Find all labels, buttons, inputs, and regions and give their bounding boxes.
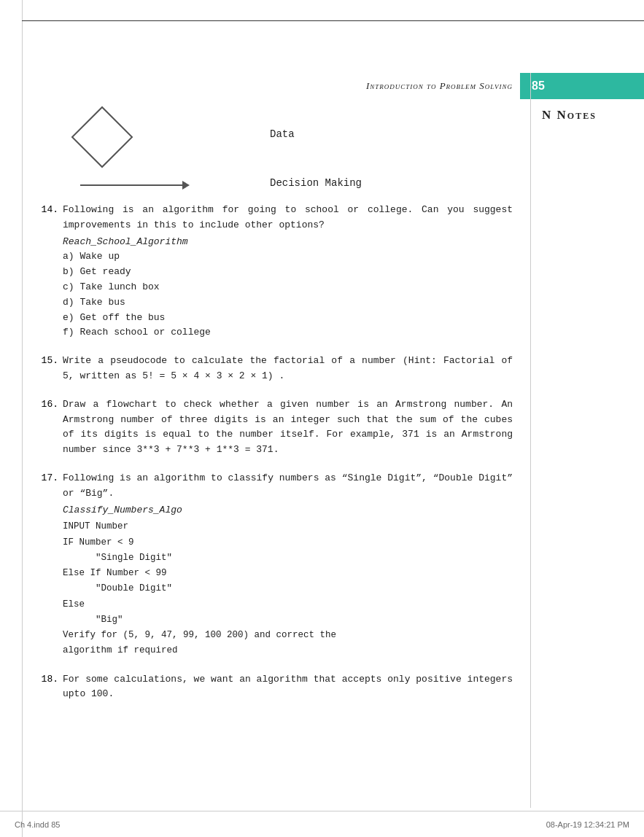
header-bar: Introduction to Problem Solving 85 <box>0 73 644 99</box>
question-content: Following is an algorithm to classify nu… <box>63 471 513 659</box>
sub-item: e) Get off the bus <box>63 311 513 326</box>
sub-item: f) Reach school or college <box>63 325 513 340</box>
sub-item: d) Take bus <box>63 295 513 311</box>
sub-item: c) Take lunch box <box>63 280 513 295</box>
sub-item: a) Wake up <box>63 249 513 265</box>
question-number: 18. <box>36 672 58 703</box>
diamond-icon <box>71 106 133 168</box>
arrow-bar <box>80 184 182 186</box>
question-content: Write a pseudocode to calculate the fact… <box>63 354 513 384</box>
notes-section: Notes <box>542 108 629 122</box>
data-label: Data <box>270 128 295 140</box>
arrow-head-icon <box>182 181 190 190</box>
top-border <box>22 20 644 21</box>
list-item: 16. Draw a flowchart to check whether a … <box>36 397 513 458</box>
main-content: Data Decision Making 14. Following is an… <box>36 108 513 808</box>
footer-right: 08-Apr-19 12:34:21 PM <box>546 820 629 829</box>
list-item: 17. Following is an algorithm to classif… <box>36 471 513 659</box>
header-title: Introduction to Problem Solving <box>0 80 520 92</box>
algo-name: Classify_Numbers_Algo <box>63 503 513 518</box>
question-number: 17. <box>36 471 58 659</box>
notes-title: Notes <box>542 108 629 122</box>
question-number: 16. <box>36 397 58 458</box>
list-item: 18. For some calculations, we want an al… <box>36 672 513 703</box>
question-list: 14. Following is an algorithm for going … <box>36 203 513 702</box>
header-green-block <box>556 73 644 99</box>
algo-name: Reach_School_Algorithm <box>63 235 513 250</box>
decision-label: Decision Making <box>270 177 362 189</box>
list-item: 14. Following is an algorithm for going … <box>36 203 513 340</box>
sub-item: b) Get ready <box>63 265 513 280</box>
diagram-area: Data Decision Making <box>36 108 513 195</box>
arrow-line <box>80 181 190 190</box>
footer-left: Ch 4.indd 85 <box>15 820 60 829</box>
question-content: For some calculations, we want an algori… <box>63 672 513 703</box>
question-number: 15. <box>36 354 58 384</box>
question-number: 14. <box>36 203 58 340</box>
question-content: Following is an algorithm for going to s… <box>63 203 513 340</box>
left-border <box>22 0 23 837</box>
list-item: 15. Write a pseudocode to calculate the … <box>36 354 513 384</box>
question-content: Draw a flowchart to check whether a give… <box>63 397 513 458</box>
vertical-divider <box>530 73 531 808</box>
footer: Ch 4.indd 85 08-Apr-19 12:34:21 PM <box>0 811 644 837</box>
code-block: INPUT Number IF Number < 9 "Single Digit… <box>63 519 513 658</box>
diamond-shape <box>80 115 124 159</box>
page-number: 85 <box>520 73 556 99</box>
